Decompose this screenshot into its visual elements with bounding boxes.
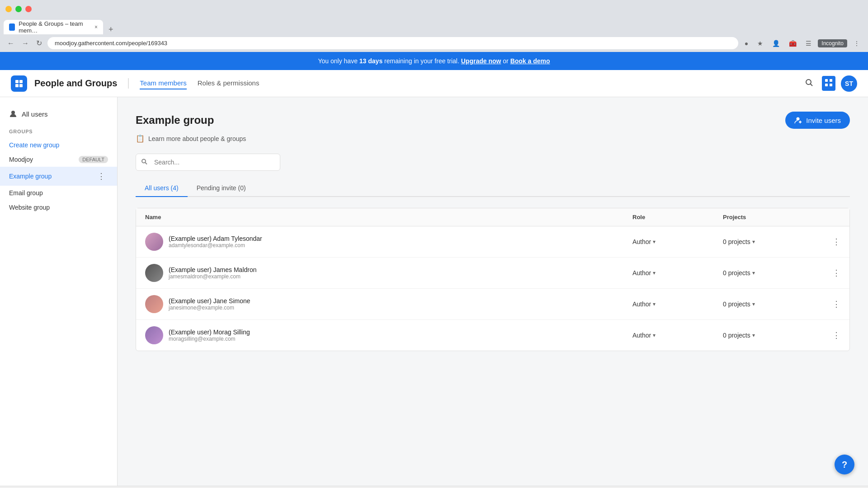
table-row: (Example user) Morag Silling moragsillin…	[136, 320, 849, 351]
group-more-btn-example[interactable]: ⋮	[94, 170, 108, 182]
sidebar-group-website[interactable]: Website group	[0, 200, 117, 215]
sidebar-toggle-btn[interactable]: ☰	[803, 38, 814, 49]
role-cell-morag[interactable]: Author ▾	[632, 332, 723, 339]
role-cell-jane[interactable]: Author ▾	[632, 300, 723, 308]
trial-banner: You only have 13 days remaining in your …	[0, 52, 868, 70]
col-header-projects: Projects	[723, 214, 813, 221]
avatar-jane	[145, 295, 163, 313]
app-logo[interactable]	[11, 75, 27, 92]
svg-point-11	[797, 117, 800, 121]
svg-rect-8	[825, 84, 828, 86]
book-demo-link[interactable]: Book a demo	[510, 57, 550, 65]
app-header: People and Groups Team members Roles & p…	[0, 70, 868, 97]
role-dropdown-arrow-jane: ▾	[653, 301, 656, 307]
role-dropdown-arrow: ▾	[653, 239, 656, 245]
sidebar: All users GROUPS Create new group Moodjo…	[0, 97, 118, 486]
avatar-adam	[145, 233, 163, 251]
row-more-btn-jane[interactable]: ⋮	[832, 299, 840, 309]
tab-pending-invite[interactable]: Pending invite (0)	[188, 180, 255, 197]
extension-btn[interactable]: ●	[742, 38, 751, 49]
all-users-label: All users	[22, 110, 48, 118]
table-row: (Example user) Jane Simone janesimone@ex…	[136, 289, 849, 320]
svg-line-5	[811, 84, 813, 86]
profile-btn[interactable]: 👤	[769, 38, 783, 49]
nav-team-members[interactable]: Team members	[140, 77, 186, 89]
projects-dropdown-arrow-morag: ▾	[752, 332, 755, 338]
row-more-btn-adam[interactable]: ⋮	[832, 237, 840, 247]
address-bar[interactable]	[47, 37, 738, 49]
svg-point-4	[806, 80, 811, 84]
extensions-btn[interactable]: 🧰	[786, 38, 799, 49]
tab-favicon	[9, 23, 15, 31]
search-btn[interactable]	[802, 75, 816, 91]
minimize-btn[interactable]	[5, 6, 12, 12]
sidebar-group-moodjoy[interactable]: Moodjoy DEFAULT	[0, 152, 117, 167]
sidebar-group-example[interactable]: Example group ⋮	[0, 167, 117, 186]
maximize-btn[interactable]	[15, 6, 22, 12]
search-icon	[141, 159, 147, 166]
back-btn[interactable]: ←	[5, 38, 16, 49]
close-window-btn[interactable]	[25, 6, 32, 12]
row-more-btn-morag[interactable]: ⋮	[832, 330, 840, 340]
role-cell-james[interactable]: Author ▾	[632, 269, 723, 277]
projects-cell-adam[interactable]: 0 projects ▾	[723, 238, 813, 245]
user-name-jane: (Example user) Jane Simone	[169, 297, 250, 305]
projects-dropdown-arrow: ▾	[752, 239, 755, 245]
browser-tab[interactable]: People & Groups – team mem… ×	[4, 20, 103, 34]
sidebar-group-email[interactable]: Email group	[0, 186, 117, 200]
user-email-james: jamesmaldron@example.com	[169, 273, 257, 280]
sidebar-item-all-users[interactable]: All users	[0, 106, 117, 122]
table-row: (Example user) Adam Tylesondar adamtyles…	[136, 226, 849, 258]
trial-days: 13 days	[359, 57, 382, 65]
user-info-adam: (Example user) Adam Tylesondar adamtyles…	[145, 233, 632, 251]
learn-more-link[interactable]: 📋 Learn more about people & groups	[136, 134, 850, 143]
col-header-role: Role	[632, 214, 723, 221]
main-content: Example group Invite users 📋 Learn more …	[118, 97, 868, 486]
table-header: Name Role Projects	[136, 208, 849, 226]
help-btn[interactable]: ?	[835, 455, 854, 474]
nav-roles-permissions[interactable]: Roles & permissions	[198, 77, 259, 89]
projects-cell-james[interactable]: 0 projects ▾	[723, 269, 813, 277]
forward-btn[interactable]: →	[20, 38, 31, 49]
svg-rect-6	[825, 79, 828, 82]
bookmark-btn[interactable]: ★	[755, 38, 766, 49]
user-email-adam: adamtylesondar@example.com	[169, 242, 262, 249]
user-info-james: (Example user) James Maldron jamesmaldro…	[145, 264, 632, 282]
table-row: (Example user) James Maldron jamesmaldro…	[136, 258, 849, 289]
grid-btn[interactable]	[822, 76, 835, 91]
status-bar: https://moodjoy.gathercontent.com/people…	[0, 486, 868, 488]
user-avatar[interactable]: ST	[841, 75, 857, 92]
learn-more-icon: 📋	[136, 134, 145, 143]
svg-rect-1	[19, 80, 23, 83]
user-email-morag: moragsilling@example.com	[169, 336, 250, 342]
projects-cell-jane[interactable]: 0 projects ▾	[723, 300, 813, 308]
search-box	[136, 154, 280, 171]
group-name-moodjoy: Moodjoy	[9, 156, 79, 163]
group-name-website: Website group	[9, 204, 108, 211]
tab-close-btn[interactable]: ×	[94, 24, 98, 30]
avatar-morag	[145, 326, 163, 344]
reload-btn[interactable]: ↻	[34, 37, 44, 49]
projects-cell-morag[interactable]: 0 projects ▾	[723, 332, 813, 339]
svg-rect-7	[830, 79, 832, 82]
search-input[interactable]	[136, 154, 280, 171]
tab-all-users[interactable]: All users (4)	[136, 180, 188, 197]
page-title: People and Groups	[34, 78, 129, 89]
menu-btn[interactable]: ⋮	[851, 38, 863, 49]
new-tab-btn[interactable]: +	[105, 25, 117, 34]
upgrade-link[interactable]: Upgrade now	[461, 57, 501, 65]
role-cell-adam[interactable]: Author ▾	[632, 238, 723, 245]
projects-dropdown-arrow-jane: ▾	[752, 301, 755, 307]
projects-dropdown-arrow-james: ▾	[752, 270, 755, 276]
svg-rect-0	[15, 80, 19, 83]
col-header-actions	[813, 214, 840, 221]
main-layout: All users GROUPS Create new group Moodjo…	[0, 97, 868, 486]
create-new-group-link[interactable]: Create new group	[0, 138, 117, 152]
group-title: Example group	[136, 114, 214, 127]
invite-users-btn[interactable]: Invite users	[785, 112, 850, 129]
user-email-jane: janesimone@example.com	[169, 305, 250, 311]
user-name-james: (Example user) James Maldron	[169, 266, 257, 273]
groups-section-label: GROUPS	[0, 122, 117, 138]
row-more-btn-james[interactable]: ⋮	[832, 268, 840, 278]
col-header-name: Name	[145, 214, 632, 221]
